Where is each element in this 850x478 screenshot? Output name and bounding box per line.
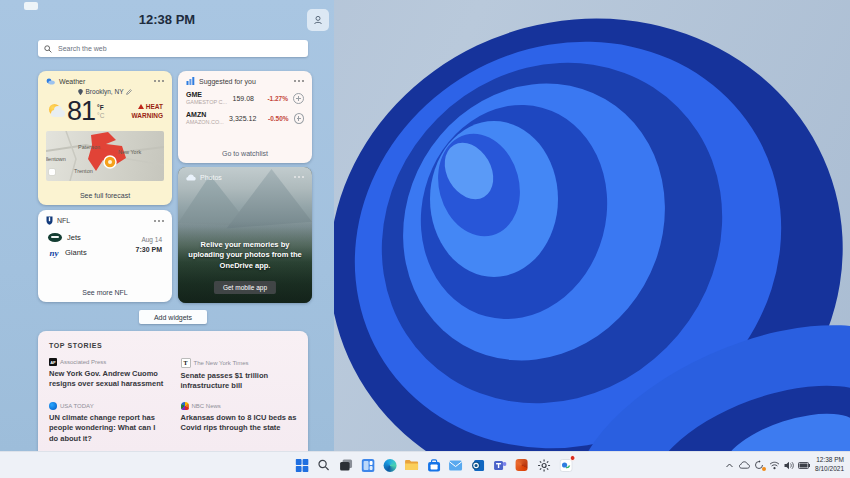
news-story[interactable]: T The New York Times Senate passes $1 tr…: [181, 358, 298, 391]
file-explorer-button[interactable]: [401, 454, 423, 476]
notification-app-button[interactable]: [555, 454, 577, 476]
get-mobile-app-button[interactable]: Get mobile app: [214, 281, 276, 294]
weather-menu-button[interactable]: [153, 77, 165, 85]
map-label: Allentown: [46, 156, 66, 162]
go-to-watchlist-link[interactable]: Go to watchlist: [178, 150, 312, 157]
usa-today-logo: [49, 402, 57, 410]
news-story[interactable]: AP Associated Press New York Gov. Andrew…: [49, 358, 166, 391]
temperature-value: 81: [67, 96, 95, 127]
photos-menu-button[interactable]: [293, 173, 305, 181]
task-view-button[interactable]: [335, 454, 357, 476]
stock-change: -0.50%: [262, 115, 288, 122]
office-button[interactable]: [511, 454, 533, 476]
teams-icon: [493, 459, 506, 472]
add-to-watchlist-button[interactable]: [293, 93, 304, 104]
nfl-widget: NFL Jets ny Giants Aug 14 7:30 PM: [38, 210, 172, 302]
map-label: Trenton: [74, 168, 93, 174]
unit-celsius-toggle[interactable]: °C: [97, 112, 104, 119]
photos-message: Relive your memories by uploading your p…: [186, 240, 304, 272]
notification-badge: [570, 455, 576, 461]
map-label: New York: [118, 149, 141, 155]
volume-tray-icon[interactable]: [782, 457, 796, 473]
windows-start-icon: [295, 459, 308, 472]
game-date: Aug 14: [136, 235, 162, 245]
outlook-button[interactable]: [467, 454, 489, 476]
news-story[interactable]: NBC News Arkansas down to 8 ICU beds as …: [181, 402, 298, 443]
clock-time: 12:38 PM: [815, 456, 844, 465]
weather-current: 81 °F °C HEAT WARNING: [38, 96, 172, 127]
alert-dot: [762, 467, 766, 471]
stock-name: GAMESTOP C...: [186, 99, 232, 105]
stock-name: AMAZON.CO...: [186, 119, 229, 125]
outlook-icon: [471, 459, 484, 472]
stock-change: -1.27%: [260, 95, 288, 102]
store-icon: [427, 459, 440, 472]
clock-date: 8/10/2021: [815, 465, 844, 474]
unit-fahrenheit-toggle[interactable]: °F: [97, 104, 104, 111]
panel-corner-chip: [24, 2, 38, 10]
map-control[interactable]: [49, 169, 55, 175]
edge-browser-button[interactable]: [379, 454, 401, 476]
stock-price: 3,325.12: [229, 115, 256, 122]
wallpaper-bloom: [318, 0, 850, 452]
weather-location-row[interactable]: Brooklyn, NY: [38, 88, 172, 95]
nfl-shield-icon: [46, 216, 53, 225]
taskbar-clock[interactable]: 12:38 PM 8/10/2021: [812, 456, 848, 474]
taskbar: 12:38 PM 8/10/2021: [0, 451, 850, 478]
stock-price: 159.08: [233, 95, 254, 102]
mail-icon: [449, 460, 463, 471]
widgets-panel: 12:38 PM Weather: [0, 0, 334, 452]
panel-clock: 12:38 PM: [0, 12, 334, 27]
weather-map[interactable]: Paterson New York Allentown Trenton: [46, 131, 164, 181]
microsoft-store-button[interactable]: [423, 454, 445, 476]
add-to-watchlist-button[interactable]: [294, 113, 304, 124]
warning-triangle-icon: [138, 104, 144, 109]
nfl-game-row[interactable]: Jets ny Giants Aug 14 7:30 PM: [38, 233, 172, 258]
story-headline: Arkansas down to 8 ICU beds as Covid rip…: [181, 413, 298, 433]
stock-symbol: AMZN: [186, 111, 229, 118]
onedrive-tray-icon[interactable]: [737, 457, 751, 473]
news-story[interactable]: USA TODAY UN climate change report has p…: [49, 402, 166, 443]
see-more-nfl-link[interactable]: See more NFL: [38, 289, 172, 296]
weather-see-full-forecast-link[interactable]: See full forecast: [38, 192, 172, 199]
stocks-widget: Suggested for you GME GAMESTOP C... 159.…: [178, 71, 312, 163]
office-icon: [516, 459, 528, 471]
mail-button[interactable]: [445, 454, 467, 476]
story-headline: UN climate change report has people wond…: [49, 413, 166, 443]
teams-button[interactable]: [489, 454, 511, 476]
battery-tray-icon[interactable]: [797, 457, 811, 473]
sync-alert-tray-icon[interactable]: [752, 457, 766, 473]
start-button[interactable]: [291, 454, 313, 476]
taskbar-search-button[interactable]: [313, 454, 335, 476]
stock-symbol: GME: [186, 91, 232, 98]
weather-location: Brooklyn, NY: [86, 88, 124, 95]
widgets-icon: [361, 459, 374, 472]
hidden-icons-chevron[interactable]: [722, 457, 736, 473]
location-pin-icon: [78, 89, 83, 95]
search-input[interactable]: [56, 44, 302, 53]
team-name: Jets: [67, 233, 81, 242]
new-york-times-logo: T: [181, 358, 191, 368]
settings-button[interactable]: [533, 454, 555, 476]
photos-title: Photos: [200, 174, 222, 181]
story-source: The New York Times: [194, 360, 249, 366]
desktop: 12:38 PM Weather: [0, 0, 850, 478]
stock-row[interactable]: GME GAMESTOP C... 159.08 -1.27%: [178, 91, 312, 105]
wifi-tray-icon[interactable]: [767, 457, 781, 473]
team-name: Giants: [65, 248, 87, 257]
heat-warning-badge[interactable]: HEAT WARNING: [121, 103, 163, 119]
widgets-button[interactable]: [357, 454, 379, 476]
edge-icon: [383, 459, 396, 472]
task-view-icon: [339, 459, 352, 471]
stocks-menu-button[interactable]: [293, 77, 305, 85]
weather-title: Weather: [59, 78, 85, 85]
person-icon: [313, 15, 323, 25]
search-bar: [38, 40, 308, 57]
stock-row[interactable]: AMZN AMAZON.CO... 3,325.12 -0.50%: [178, 111, 312, 125]
jets-logo: [48, 233, 62, 242]
add-widgets-button[interactable]: Add widgets: [139, 310, 207, 324]
search-icon: [318, 459, 330, 471]
profile-button[interactable]: [307, 9, 329, 31]
partly-sunny-icon: [47, 104, 67, 119]
nfl-menu-button[interactable]: [153, 217, 165, 225]
